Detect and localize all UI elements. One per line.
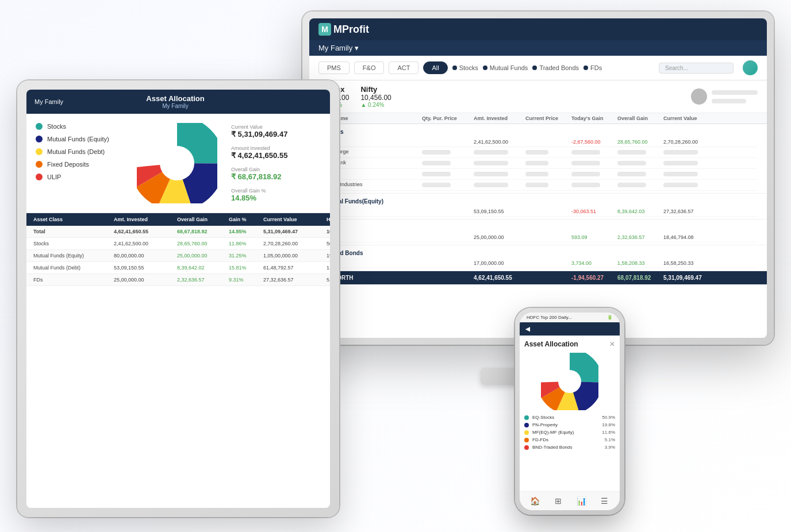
stat-overall-gain: Overall Gain ₹ 68,67,818.92 [231, 167, 287, 181]
phone-legend-mfeq: MF(EQ)-MF (Equity) 11.6% [524, 430, 615, 435]
row-mfeq-gain: 25,00,000.00 [177, 253, 229, 259]
table-row[interactable]: Total 4,62,41,650.55 68,67,818.92 14.85%… [26, 226, 330, 238]
phone-dot-prop [524, 423, 529, 427]
table-row[interactable]: Infosys [318, 169, 758, 180]
row-total-invested: 4,62,41,650.55 [114, 229, 177, 234]
tablet-subtitle: My Family [146, 103, 204, 109]
monitor-screen: M MProfit My Family ▾ PMS F&O ACT A [309, 18, 767, 338]
bonds-today-gain: 3,734.00 [571, 260, 617, 266]
legend-mf-equity-dot [36, 136, 43, 142]
t-col-gain: Overall Gain [177, 217, 229, 222]
sk [422, 161, 451, 165]
monitor-nav: My Family ▾ [309, 40, 767, 56]
filter-stocks[interactable]: Stocks [452, 64, 478, 71]
search-bar[interactable]: Search... [659, 63, 734, 74]
close-button[interactable]: ✕ [609, 340, 615, 348]
phone-nav-chart[interactable]: 📊 [575, 495, 587, 507]
tablet-frame: My Family Asset Allocation My Family [17, 80, 339, 517]
fds-today-gain: 593.09 [571, 234, 617, 240]
row-mfd-invested: 53,09,150.55 [114, 265, 177, 271]
stocks-today-gain: -2,67,560.00 [571, 139, 617, 145]
table-row[interactable]: Mutual Funds (Debt) 53,09,150.55 8,39,64… [26, 262, 330, 274]
skeleton-1 [712, 90, 758, 95]
family-dropdown[interactable]: My Family ▾ [318, 44, 359, 52]
phone-status-bar: HDFC Top 200 Daily... 🔋 [520, 313, 620, 322]
row-total-gain: 68,67,818.92 [177, 229, 229, 234]
filter-mf[interactable]: Mutual Funds [483, 64, 528, 71]
table-row[interactable]: Mutual Funds (Equity) 80,00,000.00 25,00… [26, 250, 330, 262]
sk [617, 172, 646, 176]
row-fds-value: 27,32,636.57 [263, 277, 327, 283]
table-row[interactable]: FDs 25,00,000.00 2,32,636.57 9.31% 27,32… [26, 274, 330, 286]
col-cur-price: Current Price [525, 115, 571, 121]
tablet-header-center: Asset Allocation My Family [146, 94, 204, 109]
table-row[interactable]: HDFC Bank [318, 158, 758, 169]
tab-pms[interactable]: PMS [318, 61, 350, 74]
sk [474, 183, 508, 187]
market-ticker: Sensex 35,456.00 ▲ 0.54% Nifty 10,456.00… [309, 80, 767, 113]
tab-fno[interactable]: F&O [354, 61, 385, 74]
net-worth-invested: 4,62,41,650.55 [474, 275, 525, 281]
row-mfd-gain: 8,39,642.02 [177, 265, 229, 271]
sk [617, 161, 646, 165]
user-rows [691, 85, 758, 108]
stocks-total-row: 2,41,62,500.00 -2,67,560.00 28,65,760.00… [318, 137, 758, 147]
phone-legend-prop: PN-Property 19.8% [524, 422, 615, 427]
phone-nav-menu[interactable]: ☰ [599, 495, 610, 507]
table-row[interactable]: Reliance Industries [318, 180, 758, 191]
phone-dot-eq [524, 415, 529, 420]
row-stocks-class: Stocks [33, 241, 114, 246]
legend-stocks-dot [36, 123, 43, 130]
row-fds-gain: 2,32,636.57 [177, 277, 229, 283]
user-avatar[interactable] [743, 60, 758, 75]
phone-battery-icon: 🔋 [607, 315, 613, 320]
fds-overall-gain: 2,32,636.57 [617, 234, 663, 240]
phone-legend-fd: FD-FDs 5.1% [524, 437, 615, 442]
phone-label-mfeq: MF(EQ)-MF (Equity) [532, 430, 574, 435]
stocks-title[interactable]: ⊕ Stocks [318, 126, 758, 137]
tablet-screen: My Family Asset Allocation My Family [26, 90, 330, 508]
phone-label-bnd: BND-Traded Bonds [532, 445, 573, 450]
stat-ai-value: ₹ 4,62,41,650.55 [231, 151, 287, 160]
phone-label-prop: PN-Property [532, 422, 558, 427]
phone-nav-grid[interactable]: ⊞ [552, 495, 564, 507]
fds-title[interactable]: ⊕ FDs [318, 222, 758, 233]
phone-dot-fd [524, 438, 529, 442]
sk [571, 161, 600, 165]
t-col-holding: Holding [327, 217, 330, 222]
row-stocks-holding: 50.89% [327, 241, 330, 246]
stat-cv-label: Current Value [231, 124, 287, 130]
sk [571, 150, 600, 155]
mf-overall-gain: 8,39,642.03 [617, 209, 663, 214]
t-col-value: Current Value [263, 217, 327, 222]
phone-app-header: ◀ [520, 322, 620, 336]
phone-nav-bar: 🏠 ⊞ 📊 ☰ [520, 491, 620, 510]
legend-fd-dot [36, 161, 43, 168]
sk [525, 183, 548, 187]
legend-ulip-dot [36, 174, 43, 180]
monitor-frame: M MProfit My Family ▾ PMS F&O ACT A [302, 11, 774, 345]
tab-all[interactable]: All [423, 61, 447, 74]
stat-og-label: Overall Gain [231, 167, 287, 172]
phone-nav-home[interactable]: 🏠 [529, 495, 540, 507]
row-mfeq-value: 1,05,00,000.00 [263, 253, 327, 259]
mf-equity-title[interactable]: ⊕ Mutual Funds(Equity) [318, 196, 758, 207]
phone-label-eq: EQ-Stocks [532, 415, 554, 420]
filter-fds[interactable]: FDs [583, 64, 602, 71]
filter-bonds[interactable]: Traded Bonds [532, 64, 579, 71]
row-total-value: 5,31,09,469.47 [263, 229, 327, 234]
phone-pct-fd: 5.1% [605, 437, 615, 442]
table-row[interactable]: Bharat Forge [318, 147, 758, 158]
bonds-title[interactable]: ⊕ Traded Bonds [318, 248, 758, 259]
row-mfeq-class: Mutual Funds (Equity) [33, 253, 114, 259]
phone-dot-bnd [524, 445, 529, 450]
net-worth-row: NET WORTH 4,62,41,650.55 -1,94,560.27 68… [309, 271, 767, 284]
legend-mf-debt-dot [36, 148, 43, 155]
tablet-chart-section: Stocks Mutual Funds (Equity) Mutual Fund… [26, 114, 330, 213]
sk [617, 150, 646, 155]
nifty-value: 10,456.00 [360, 94, 391, 102]
table-row[interactable]: Stocks 2,41,62,500.00 28,65,760.00 11.86… [26, 238, 330, 250]
mf-cur-val: 27,32,636.57 [663, 209, 715, 214]
row-total-pct: 14.85% [229, 229, 263, 234]
tab-act[interactable]: ACT [389, 61, 418, 74]
